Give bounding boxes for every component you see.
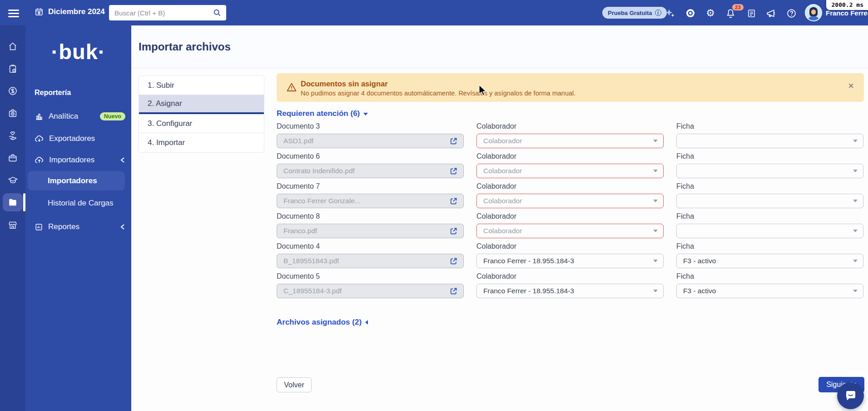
chevron-down-icon [653,230,658,232]
sidebar-section-title: Reportería [35,89,71,97]
assignment-grid: Documento 3 ASD1.pdf Colaborador Colabor… [277,122,864,302]
settings-gear-icon[interactable]: ⚙ [704,7,716,19]
colaborador-select[interactable]: Colaborador [476,164,664,178]
ficha-select[interactable] [676,194,863,208]
ficha-cell: Ficha F3 - activo [676,272,863,298]
document-file-field: B_189551843.pdf [277,254,464,268]
external-link-icon[interactable] [449,287,458,296]
external-link-icon[interactable] [449,137,458,145]
changelog-icon[interactable] [745,7,757,19]
wizard-steps: 1. Subir 2. Asignar 3. Configurar 4. Imp… [139,75,264,153]
sidebar-item-reportes[interactable]: Reportes [35,220,125,234]
global-search[interactable] [109,5,226,20]
warning-banner: Documentos sin asignar No pudimos asigna… [277,73,864,102]
warning-title: Documentos sin asignar [301,80,388,88]
colaborador-cell: Colaborador Franco Ferrer - 18.955.184-3 [476,242,664,268]
chevron-down-icon [853,200,858,202]
icon-rail [0,25,25,411]
colaborador-cell: Colaborador Colaborador [476,122,664,148]
nuevo-badge: Nuevo [100,112,125,120]
external-link-icon[interactable] [449,197,458,206]
app-root: Diciembre 2024 Prueba Gratuita i ⚙ 23 [0,0,868,411]
trial-badge[interactable]: Prueba Gratuita i [602,7,667,19]
rail-marketplace-icon[interactable] [3,216,23,234]
document-file-field: Franco Ferrer Gonzale... [277,194,464,208]
page-header: Importar archivos [131,25,868,68]
ficha-select[interactable] [676,134,863,148]
chevron-down-icon [853,260,858,262]
rail-benefits-icon[interactable] [3,126,23,145]
report-chart-icon [35,223,43,231]
colaborador-select[interactable]: Franco Ferrer - 18.955.184-3 [476,254,664,268]
buk-logo: ·buk· [25,39,131,64]
search-icon[interactable] [213,8,222,17]
search-input[interactable] [114,9,213,17]
sparkles-icon[interactable] [664,7,676,19]
chevron-left-icon [365,320,368,325]
doc-cell: Documento 6 Contrato Indenifido.pdf [277,152,464,178]
ficha-cell: Ficha [676,212,863,238]
user-avatar[interactable] [805,4,822,21]
colaborador-select[interactable]: Colaborador [476,194,664,208]
chat-widget-button[interactable] [837,382,864,409]
rail-learning-icon[interactable] [3,171,23,189]
doc-cell: Documento 7 Franco Ferrer Gonzale... [277,182,464,208]
rail-payroll-icon[interactable] [3,82,23,100]
latency-tooltip: 2000.2 ms [826,0,868,10]
sidebar-item-analitica[interactable]: Analítica Nuevo [35,110,125,123]
chevron-down-icon [653,260,658,262]
sidebar-item-exportadores[interactable]: Exportadores [35,132,125,145]
cloud-download-icon [35,134,44,144]
help-icon[interactable] [785,7,797,19]
doc-cell: Documento 4 B_189551843.pdf [277,242,464,268]
ficha-cell: Ficha [676,182,863,208]
sidebar-subitem-historial[interactable]: Historial de Cargas [48,197,114,210]
colaborador-cell: Colaborador Franco Ferrer - 18.955.184-3 [476,272,664,298]
preview-mode-icon[interactable] [684,7,696,19]
document-file-field: C_18955184-3.pdf [277,284,464,298]
step-importar[interactable]: 4. Importar [139,133,264,152]
warning-triangle-icon [286,82,297,93]
rail-talent-icon[interactable] [3,149,23,167]
user-name[interactable]: Franco Ferrer [826,9,868,17]
ficha-select[interactable] [676,224,863,238]
colaborador-select[interactable]: Colaborador [476,224,664,238]
bar-chart-icon [35,112,44,121]
rail-tasks-icon[interactable] [3,60,23,78]
ficha-select[interactable] [676,164,863,178]
step-subir[interactable]: 1. Subir [139,76,264,95]
colaborador-cell: Colaborador Colaborador [476,152,664,178]
chevron-left-icon[interactable] [120,157,125,163]
colaborador-cell: Colaborador Colaborador [476,212,664,238]
ficha-select[interactable]: F3 - activo [676,254,863,268]
page-title: Importar archivos [139,40,231,53]
colaborador-select[interactable]: Franco Ferrer - 18.955.184-3 [476,284,664,298]
document-file-field: Franco.pdf [277,224,464,238]
external-link-icon[interactable] [449,257,458,266]
colaborador-select[interactable]: Colaborador [476,134,664,148]
sidebar-item-importadores[interactable]: Importadores [35,153,125,167]
sidebar-subitem-importadores-active[interactable]: Importadores [28,171,125,190]
announcements-megaphone-icon[interactable] [765,7,777,19]
external-link-icon[interactable] [449,167,458,175]
doc-cell: Documento 5 C_18955184-3.pdf [277,272,464,298]
chevron-left-icon[interactable] [120,224,125,230]
ficha-select[interactable]: F3 - activo [676,284,863,298]
step-configurar[interactable]: 3. Configurar [139,114,264,133]
step-asignar-active[interactable]: 2. Asignar [139,95,264,114]
assigned-section-toggle[interactable]: Archivos asignados (2) [277,318,368,327]
info-icon: i [655,10,661,16]
external-link-icon[interactable] [449,227,458,236]
colaborador-cell: Colaborador Colaborador [476,182,664,208]
notification-count-badge: 23 [732,4,744,10]
calendar-icon[interactable] [35,7,44,16]
rail-documents-folder-icon[interactable] [3,193,23,211]
menu-hamburger-icon[interactable] [8,8,19,18]
rail-attendance-icon[interactable] [3,104,23,122]
close-icon[interactable]: × [848,81,854,91]
attention-section-toggle[interactable]: Requieren atención (6) [277,109,368,118]
back-button[interactable]: Volver [277,377,312,392]
rail-home-icon[interactable] [3,37,23,55]
chevron-down-icon [363,113,368,115]
period-selector[interactable]: Diciembre 2024 [48,7,105,16]
